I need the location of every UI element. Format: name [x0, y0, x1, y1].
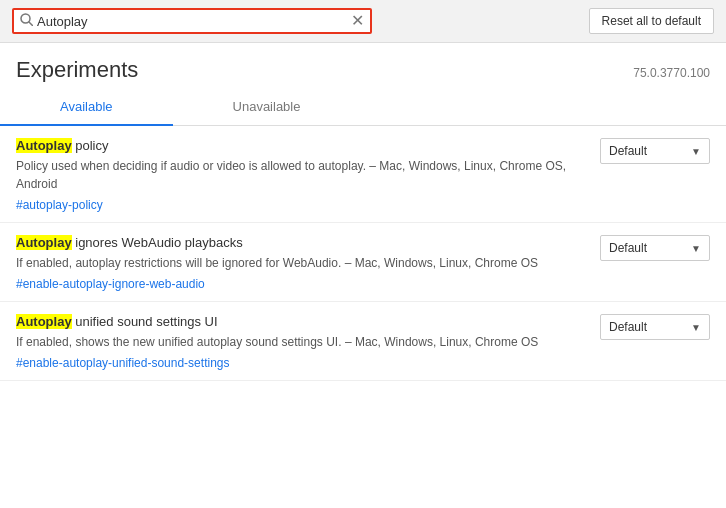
search-clear-icon[interactable]: ✕: [351, 13, 364, 29]
svg-line-1: [29, 22, 33, 26]
experiment-info: Autoplay unified sound settings UI If en…: [16, 314, 584, 370]
experiment-title-highlight: Autoplay: [16, 235, 72, 250]
experiments-list: Autoplay policy Policy used when decidin…: [0, 126, 726, 490]
tab-unavailable[interactable]: Unavailable: [173, 89, 361, 126]
reset-all-button[interactable]: Reset all to default: [589, 8, 714, 34]
dropdown-arrow-icon: ▼: [691, 146, 701, 157]
experiment-dropdown-control: Default ▼: [600, 235, 710, 261]
experiment-title-suffix: unified sound settings UI: [72, 314, 218, 329]
dropdown-value: Default: [609, 241, 647, 255]
dropdown-arrow-icon: ▼: [691, 243, 701, 254]
experiment-title-highlight: Autoplay: [16, 138, 72, 153]
tab-available[interactable]: Available: [0, 89, 173, 126]
page-title: Experiments: [16, 57, 138, 83]
experiment-dropdown[interactable]: Default ▼: [600, 235, 710, 261]
experiment-description: If enabled, autoplay restrictions will b…: [16, 254, 584, 272]
experiment-link[interactable]: #enable-autoplay-unified-sound-settings: [16, 356, 229, 370]
experiment-description: If enabled, shows the new unified autopl…: [16, 333, 584, 351]
experiment-title-highlight: Autoplay: [16, 314, 72, 329]
experiment-dropdown-control: Default ▼: [600, 314, 710, 340]
experiment-dropdown[interactable]: Default ▼: [600, 314, 710, 340]
experiment-item-enable-autoplay-ignore-web-audio: Autoplay ignores WebAudio playbacks If e…: [0, 223, 726, 302]
title-bar: Experiments 75.0.3770.100: [0, 43, 726, 89]
experiment-info: Autoplay policy Policy used when decidin…: [16, 138, 584, 212]
experiment-item-enable-autoplay-unified-sound-settings: Autoplay unified sound settings UI If en…: [0, 302, 726, 381]
tabs-bar: Available Unavailable: [0, 89, 726, 126]
experiment-title-suffix: policy: [72, 138, 109, 153]
experiment-dropdown[interactable]: Default ▼: [600, 138, 710, 164]
version-label: 75.0.3770.100: [633, 66, 710, 80]
dropdown-arrow-icon: ▼: [691, 322, 701, 333]
experiment-title: Autoplay ignores WebAudio playbacks: [16, 235, 584, 250]
experiment-info: Autoplay ignores WebAudio playbacks If e…: [16, 235, 584, 291]
experiment-item-autoplay-policy: Autoplay policy Policy used when decidin…: [0, 126, 726, 223]
search-input[interactable]: [37, 14, 347, 29]
experiment-title: Autoplay policy: [16, 138, 584, 153]
dropdown-value: Default: [609, 144, 647, 158]
search-icon: [20, 13, 33, 29]
experiment-title: Autoplay unified sound settings UI: [16, 314, 584, 329]
experiment-description: Policy used when deciding if audio or vi…: [16, 157, 584, 193]
experiment-title-suffix: ignores WebAudio playbacks: [72, 235, 243, 250]
experiment-link[interactable]: #autoplay-policy: [16, 198, 103, 212]
experiment-link[interactable]: #enable-autoplay-ignore-web-audio: [16, 277, 205, 291]
dropdown-value: Default: [609, 320, 647, 334]
experiment-dropdown-control: Default ▼: [600, 138, 710, 164]
search-box[interactable]: ✕: [12, 8, 372, 34]
header: ✕ Reset all to default: [0, 0, 726, 43]
